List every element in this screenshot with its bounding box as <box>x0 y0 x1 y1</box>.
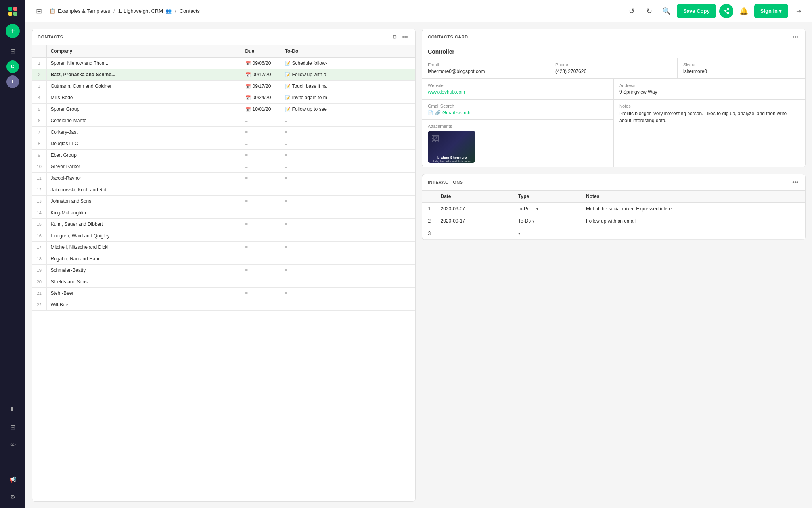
website-value: www.devhub.com <box>428 89 608 95</box>
megaphone-icon[interactable]: 📢 <box>5 471 21 487</box>
int-date-cell[interactable]: 2020-09-07 <box>437 203 514 215</box>
gmail-search-cell: Gmail Search 📄 🔗 Gmail search <box>422 100 613 120</box>
company-cell: Gutmann, Conn and Goldner <box>46 81 241 92</box>
row-number: 20 <box>32 276 46 288</box>
table-row[interactable]: 16Lindgren, Ward and Quigley≡≡ <box>32 230 415 242</box>
add-new-button[interactable]: + <box>6 24 20 38</box>
list-icon[interactable]: ☰ <box>5 454 21 470</box>
breadcrumb-sep1: / <box>113 8 115 14</box>
int-type-cell[interactable]: In-Per...▾ <box>514 203 582 215</box>
bell-icon[interactable]: 🔔 <box>737 4 751 18</box>
breadcrumb-examples[interactable]: Examples & Templates <box>58 8 110 14</box>
table-row[interactable]: 22Will-Beer≡≡ <box>32 299 415 311</box>
int-row-num: 3 <box>422 227 437 240</box>
table-row[interactable]: 3Gutmann, Conn and Goldner📅09/17/20📝Touc… <box>32 81 415 92</box>
address-cell: Address 9 Springview Way <box>614 79 805 99</box>
interactions-header: INTERACTIONS ••• <box>422 174 805 190</box>
sidebar-item-home[interactable]: ⊞ <box>5 43 21 59</box>
code-icon[interactable]: </> <box>5 437 21 452</box>
settings-icon[interactable]: ⚙ <box>5 489 21 505</box>
int-type-cell[interactable]: To-Do▾ <box>514 215 582 227</box>
filter-button[interactable]: ⚙ <box>391 33 399 41</box>
table-row[interactable]: 9Ebert Group≡≡ <box>32 150 415 161</box>
expand-button[interactable]: ⇥ <box>791 4 806 18</box>
breadcrumb-template-icon: 📋 <box>49 8 56 14</box>
app-logo[interactable] <box>5 3 21 19</box>
address-value: 9 Springview Way <box>619 89 800 95</box>
table-row[interactable]: 5Sporer Group📅10/01/20📝Follow up to see <box>32 104 415 115</box>
sidebar-toggle-button[interactable]: ⊟ <box>32 4 46 18</box>
breadcrumb-crm[interactable]: 1. Lightweight CRM <box>118 8 163 14</box>
table-row[interactable]: 15Kuhn, Sauer and Dibbert≡≡ <box>32 219 415 230</box>
avatar-c[interactable]: C <box>6 60 19 73</box>
main-container: ⊟ 📋 Examples & Templates / 1. Lightweigh… <box>25 0 812 508</box>
todo-cell: ≡ <box>281 299 415 311</box>
attachment-thumbnail[interactable]: 🖼 Ibrahim Shermore Batz, Prohaska and Sc… <box>428 131 475 163</box>
gmail-search-link[interactable]: Gmail search <box>442 110 471 115</box>
table-row[interactable]: 11Jacobi-Raynor≡≡ <box>32 173 415 184</box>
table-row[interactable]: 10Glover-Parker≡≡ <box>32 161 415 173</box>
table-row[interactable]: 1Sporer, Nienow and Thom...📅09/06/20📝Sch… <box>32 58 415 69</box>
svg-line-3 <box>725 12 727 13</box>
table-row[interactable]: 17Mitchell, Nitzsche and Dicki≡≡ <box>32 242 415 253</box>
row-number: 9 <box>32 150 46 161</box>
interaction-row[interactable]: 3▾ <box>422 227 805 240</box>
company-cell: Douglas LLC <box>46 138 241 150</box>
todo-cell: 📝Touch base if ha <box>281 81 415 92</box>
contacts-title: CONTACTS <box>38 35 63 39</box>
table-row[interactable]: 18Rogahn, Rau and Hahn≡≡ <box>32 253 415 265</box>
company-cell: Jacobi-Raynor <box>46 173 241 184</box>
share-button[interactable] <box>719 4 733 18</box>
due-cell: ≡ <box>241 299 281 311</box>
signin-button[interactable]: Sign in ▾ <box>754 4 788 18</box>
table-row[interactable]: 12Jakubowski, Koch and Rut...≡≡ <box>32 184 415 196</box>
table-row[interactable]: 20Shields and Sons≡≡ <box>32 276 415 288</box>
interaction-row[interactable]: 22020-09-17To-Do▾Follow up with an email… <box>422 215 805 227</box>
interaction-row[interactable]: 12020-09-07In-Per...▾Met at the social m… <box>422 203 805 215</box>
due-cell: ≡ <box>241 265 281 276</box>
table-row[interactable]: 13Johnston and Sons≡≡ <box>32 196 415 207</box>
undo-button[interactable]: ↺ <box>624 4 639 18</box>
table-row[interactable]: 7Corkery-Jast≡≡ <box>32 127 415 138</box>
contact-info-row1: Email ishermore0@blogspot.com Phone (423… <box>422 58 805 79</box>
company-cell: Shields and Sons <box>46 276 241 288</box>
website-link[interactable]: www.devhub.com <box>428 89 465 95</box>
table-row[interactable]: 14King-McLaughlin≡≡ <box>32 207 415 219</box>
int-notes-cell[interactable]: Met at the social mixer. Expressed inter… <box>582 203 805 215</box>
int-notes-cell[interactable]: Follow up with an email. <box>582 215 805 227</box>
table-row[interactable]: 8Douglas LLC≡≡ <box>32 138 415 150</box>
row-number: 3 <box>32 81 46 92</box>
int-date-cell[interactable]: 2020-09-17 <box>437 215 514 227</box>
more-options-button[interactable]: ••• <box>400 33 410 41</box>
int-col-date: Date <box>437 190 514 203</box>
todo-cell: ≡ <box>281 161 415 173</box>
due-cell: ≡ <box>241 253 281 265</box>
avatar-i[interactable]: I <box>6 75 19 88</box>
breadcrumb: 📋 Examples & Templates / 1. Lightweight … <box>49 8 621 14</box>
interactions-more-button[interactable]: ••• <box>791 178 800 186</box>
redo-button[interactable]: ↻ <box>642 4 656 18</box>
int-notes-cell[interactable] <box>582 227 805 240</box>
search-button[interactable]: 🔍 <box>659 4 674 18</box>
table-row[interactable]: 2Batz, Prohaska and Schme...📅09/17/20📝Fo… <box>32 69 415 81</box>
col-company: Company <box>46 45 241 58</box>
eye-icon[interactable]: 👁 <box>5 402 21 418</box>
interactions-table-container: Date Type Notes 12020-09-07In-Per...▾Met… <box>422 190 805 240</box>
int-date-cell[interactable] <box>437 227 514 240</box>
table-row[interactable]: 19Schmeler-Beatty≡≡ <box>32 265 415 276</box>
table-row[interactable]: 6Considine-Mante≡≡ <box>32 115 415 127</box>
card-more-button[interactable]: ••• <box>791 33 800 41</box>
website-label: Website <box>428 83 608 88</box>
dashboard-icon[interactable]: ⊞ <box>5 419 21 435</box>
table-row[interactable]: 21Stehr-Beer≡≡ <box>32 288 415 299</box>
int-row-num: 2 <box>422 215 437 227</box>
table-row[interactable]: 4Mills-Bode📅09/24/20📝Invite again to m <box>32 92 415 104</box>
gmail-attachments-cell: Gmail Search 📄 🔗 Gmail search Attachment… <box>422 100 614 167</box>
breadcrumb-contacts[interactable]: Contacts <box>180 8 200 14</box>
due-cell: ≡ <box>241 150 281 161</box>
row-number: 13 <box>32 196 46 207</box>
todo-cell: ≡ <box>281 219 415 230</box>
save-copy-button[interactable]: Save Copy <box>677 4 716 18</box>
int-type-cell[interactable]: ▾ <box>514 227 582 240</box>
phone-value: (423) 2707626 <box>555 69 672 74</box>
